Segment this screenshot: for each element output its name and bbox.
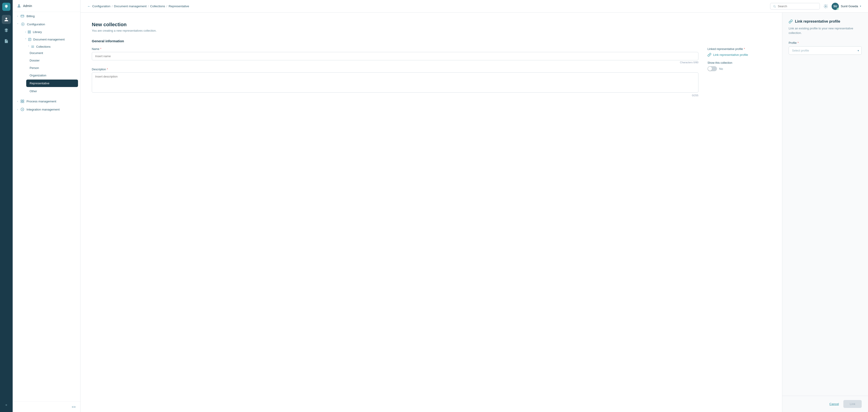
back-arrow[interactable]: ← [87,4,91,8]
sidebar-item-library[interactable]: › Library [13,28,80,36]
sidebar-item-person[interactable]: Person [13,64,80,72]
right-panel-title: Link representative profile [788,20,862,24]
dossier-label: Dossier [30,59,39,62]
show-collection-toggle[interactable] [708,66,717,71]
sidebar-item-billing[interactable]: › Billing [13,12,80,20]
doc-mgmt-chevron: ˅ [25,38,26,41]
user-name: Sunil Gowda [841,4,858,8]
link-button[interactable]: Link [843,400,862,408]
sidebar-item-document-management[interactable]: ˅ Document management [13,36,80,43]
sidebar-collapse-icon[interactable]: « [2,400,11,409]
sidebar-collapse-btn[interactable]: «» [13,401,80,412]
search-box[interactable] [770,3,820,9]
toggle-knob [708,67,712,71]
process-management-icon [21,99,24,103]
right-panel-body: Link representative profile Link an exis… [782,13,868,396]
library-chevron: › [25,31,26,33]
breadcrumb-document-management[interactable]: Document management [114,4,147,8]
process-mgmt-chevron: › [17,100,18,103]
form-left-column: Name * Characters 0/80 Description * [92,47,699,101]
profile-label: Profile * [788,41,862,44]
icon-bar: « [0,0,13,412]
sidebar-item-other[interactable]: Other [13,88,80,95]
section-title: General information [92,39,771,43]
link-profile-button[interactable]: Link representative profile [708,53,771,57]
user-dropdown-arrow: ▾ [860,5,861,8]
user-badge[interactable]: SU Sunil Gowda ▾ [832,3,861,10]
sidebar-integration-management-label: Integration management [27,108,59,111]
breadcrumb-sep-2: / [148,4,149,8]
description-field: Description * 0/255 [92,68,699,97]
breadcrumb: ← Configuration / Document management / … [87,4,189,8]
svg-rect-6 [28,32,29,33]
admin-icon [17,4,21,8]
profile-field: Profile * Select profile ▾ [788,41,862,55]
search-icon [773,5,776,8]
linked-profile-section: Linked representative profile * Link rep… [708,47,771,57]
nav-icon-users[interactable] [2,15,11,24]
integration-management-icon [21,107,24,111]
breadcrumb-representative[interactable]: Representative [169,4,189,8]
sidebar-item-representative[interactable]: Representative [26,80,78,87]
user-initials: SU [833,5,837,8]
search-input[interactable] [778,4,817,8]
cancel-button[interactable]: Cancel [829,402,839,406]
sidebar-admin-label: Admin [23,4,32,8]
svg-line-18 [775,7,776,7]
profile-select[interactable]: Select profile [788,46,862,55]
svg-rect-4 [28,31,29,32]
organization-label: Organization [30,74,46,77]
nav-icon-settings[interactable] [2,26,11,35]
linked-profile-label: Linked representative profile * [708,47,771,51]
sidebar-document-management-label: Document management [33,38,65,41]
user-avatar: SU [832,3,839,10]
document-label: Document [30,51,43,55]
profile-select-wrapper: Select profile ▾ [788,46,862,55]
right-panel-description: Link an existing profile to your new rep… [788,26,862,35]
description-char-count: 0/255 [92,94,699,97]
sidebar-library-label: Library [33,30,42,34]
main-area: ← Configuration / Document management / … [81,0,868,412]
document-management-icon [28,38,31,41]
name-input[interactable] [92,52,699,60]
top-header: ← Configuration / Document management / … [81,0,868,13]
sidebar-item-document[interactable]: Document [13,49,80,57]
panel-link-icon [788,20,793,24]
name-field: Name * Characters 0/80 [92,47,699,64]
svg-rect-15 [23,101,24,103]
show-collection-label: Show this collection [708,61,771,64]
sidebar-item-integration-management[interactable]: › Integration management [13,105,80,114]
page-title: New collection [92,22,771,28]
configuration-chevron: ˅ [17,23,18,26]
sidebar-item-configuration[interactable]: ˅ Configuration [13,20,80,28]
linked-profile-required: * [744,47,745,51]
sidebar-item-dossier[interactable]: Dossier [13,57,80,64]
breadcrumb-collections[interactable]: Collections [150,4,165,8]
svg-rect-7 [30,32,31,33]
breadcrumb-configuration[interactable]: Configuration [92,4,110,8]
sidebar-item-collections[interactable]: ˅ Collections [13,43,80,49]
form-area: New collection You are creating a new re… [81,13,782,412]
breadcrumb-sep-3: / [166,4,167,8]
collapse-double-arrow[interactable]: «» [72,405,76,409]
sidebar-configuration-label: Configuration [27,23,45,26]
link-profile-btn-label: Link representative profile [713,53,748,57]
svg-point-19 [825,6,827,7]
name-char-count: Characters 0/80 [92,61,699,64]
nav-icon-docs[interactable] [2,37,11,46]
sidebar-admin-header: Admin [13,0,80,12]
sidebar-item-process-management[interactable]: › Process management [13,97,80,105]
billing-chevron: › [17,15,18,18]
form-row: Name * Characters 0/80 Description * [92,47,771,101]
sidebar-collections-label: Collections [36,45,51,49]
right-panel-title-text: Link representative profile [795,20,840,24]
gear-icon[interactable] [824,4,828,8]
description-input[interactable] [92,72,699,93]
description-required: * [107,68,108,71]
right-panel: Link representative profile Link an exis… [782,13,868,412]
sidebar-item-organization[interactable]: Organization [13,72,80,79]
library-icon [28,30,31,34]
content-area: New collection You are creating a new re… [81,13,868,412]
collections-icon [31,45,34,49]
app-logo [2,3,10,11]
